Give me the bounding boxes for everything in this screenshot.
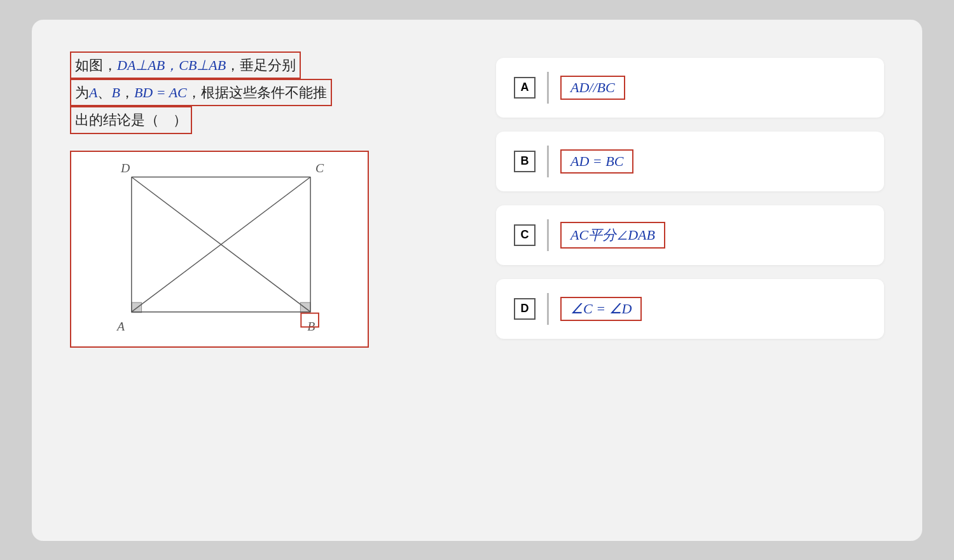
diagram-svg: D C A B — [71, 152, 368, 346]
option-row-c[interactable]: C AC平分∠DAB — [496, 205, 884, 265]
option-label-c: C — [514, 224, 536, 246]
option-row-b[interactable]: B AD = BC — [496, 132, 884, 191]
diagram: D C A B — [70, 151, 369, 348]
option-label-a: A — [514, 77, 536, 99]
left-panel: 如图，DA⊥AB，CB⊥AB，垂足分别 为A、B，BD = AC，根据这些条件不… — [70, 51, 458, 509]
option-content-d: ∠C = ∠D — [560, 297, 642, 321]
option-content-a: AD//BC — [560, 76, 625, 100]
option-content-b: AD = BC — [560, 149, 633, 174]
svg-text:D: D — [120, 160, 130, 174]
question-box3: 出的结论是（ ） — [70, 106, 192, 133]
option-divider-a — [547, 72, 549, 104]
option-label-d: D — [514, 298, 536, 320]
question-line2: 为A、B，BD = AC，根据这些条件不能推 — [70, 79, 458, 106]
question-box1: 如图，DA⊥AB，CB⊥AB，垂足分别 — [70, 51, 301, 79]
question-box2: 为A、B，BD = AC，根据这些条件不能推 — [70, 79, 332, 106]
option-row-a[interactable]: A AD//BC — [496, 58, 884, 118]
option-divider-c — [547, 219, 549, 251]
svg-text:C: C — [315, 160, 324, 174]
question-text: 如图，DA⊥AB，CB⊥AB，垂足分别 为A、B，BD = AC，根据这些条件不… — [70, 51, 458, 134]
main-card: 如图，DA⊥AB，CB⊥AB，垂足分别 为A、B，BD = AC，根据这些条件不… — [32, 20, 922, 541]
question-line3: 出的结论是（ ） — [70, 106, 458, 133]
question-line1: 如图，DA⊥AB，CB⊥AB，垂足分别 — [70, 51, 458, 79]
option-divider-d — [547, 293, 549, 325]
svg-text:B: B — [307, 319, 315, 333]
option-divider-b — [547, 146, 549, 177]
right-panel: A AD//BC B AD = BC C AC平分∠DAB D ∠C = ∠D — [496, 51, 884, 509]
option-row-d[interactable]: D ∠C = ∠D — [496, 279, 884, 339]
option-content-c: AC平分∠DAB — [560, 222, 665, 249]
option-label-b: B — [514, 151, 536, 172]
svg-text:A: A — [116, 319, 125, 333]
